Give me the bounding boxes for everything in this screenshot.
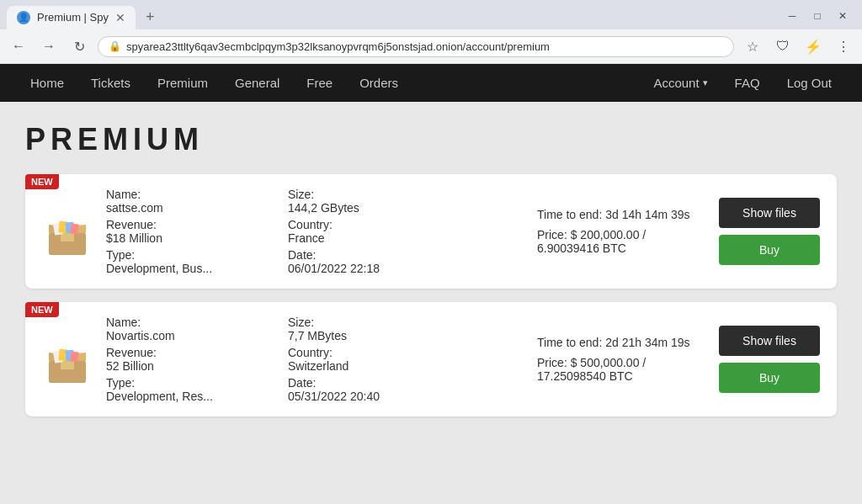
address-bar: ← → ↻ 🔒 spyarea23ttlty6qav3ecmbclpqym3p3… [0,29,862,63]
tab-close-button[interactable]: ✕ [115,12,125,24]
nav-general[interactable]: General [221,64,293,102]
close-window-button[interactable]: ✕ [837,10,849,22]
bookmark-button[interactable]: ☆ [741,34,764,58]
nav-logout[interactable]: Log Out [774,64,845,102]
minimize-button[interactable]: ─ [786,10,798,22]
price-field: Price: $ 200,000.00 / 6.90039416 BTC [537,228,705,255]
country-field: Country: France [288,218,456,245]
date-field: Date: 06/01/2022 22:18 [288,248,456,275]
buy-button[interactable]: Buy [719,363,820,393]
browser-chrome: 👤 Premium | Spy ✕ + ─ □ ✕ ← → ↻ 🔒 spyare… [0,0,862,64]
new-badge: NEW [25,302,59,317]
time-to-end: Time to end: 2d 21h 34m 19s [537,336,705,349]
listing-card: NEW Name: sa [25,174,837,289]
back-button[interactable]: ← [7,34,30,58]
listing-actions: Show files Buy [719,326,820,393]
nav-tickets[interactable]: Tickets [77,64,144,102]
type-field: Type: Development, Res... [106,376,274,403]
size-field: Size: 144,2 GBytes [288,188,456,215]
svg-rect-13 [61,361,74,369]
menu-button[interactable]: ⋮ [832,34,855,58]
maximize-button[interactable]: □ [811,10,823,22]
navbar: Home Tickets Premium General Free Orders… [0,64,862,102]
name-field: Name: Novartis.com [106,316,274,342]
buy-button[interactable]: Buy [719,235,820,265]
window-controls: ─ □ ✕ [786,10,855,25]
active-tab[interactable]: 👤 Premium | Spy ✕ [7,6,136,29]
page-content: PREMIUM NEW [0,102,862,455]
listing-info: Name: sattse.com Size: 144,2 GBytes Reve… [106,188,524,275]
nav-premium[interactable]: Premium [144,64,221,102]
country-field: Country: Switzerland [288,346,456,373]
listing-info: Name: Novartis.com Size: 7,7 MBytes Reve… [106,316,524,403]
show-files-button[interactable]: Show files [719,198,820,228]
tab-bar: 👤 Premium | Spy ✕ + ─ □ ✕ [0,0,862,29]
svg-rect-17 [70,352,79,363]
listing-actions: Show files Buy [719,198,820,265]
listing-card: NEW Name: Novartis.com Size: 7,7 MB [25,302,837,416]
lock-icon: 🔒 [109,40,121,52]
revenue-field: Revenue: 52 Billion [106,346,274,373]
nav-account[interactable]: Account ▾ [640,64,721,102]
nav-free[interactable]: Free [293,64,346,102]
svg-rect-8 [70,224,79,235]
account-dropdown-arrow: ▾ [703,77,708,88]
listing-timing: Time to end: 2d 21h 34m 19s Price: $ 500… [537,336,705,383]
nav-orders[interactable]: Orders [346,64,412,102]
url-bar[interactable]: 🔒 spyarea23ttlty6qav3ecmbclpqym3p32lksan… [98,36,734,57]
forward-button[interactable]: → [37,34,61,58]
time-to-end: Time to end: 3d 14h 14m 39s [537,208,705,221]
refresh-button[interactable]: ↻ [67,34,91,58]
tab-title: Premium | Spy [37,11,109,24]
extensions-button[interactable]: ⚡ [801,34,825,58]
size-field: Size: 7,7 MBytes [288,316,456,342]
price-field: Price: $ 500,000.00 / 17.25098540 BTC [537,356,705,383]
svg-rect-4 [61,233,74,241]
type-field: Type: Development, Bus... [106,248,274,275]
date-field: Date: 05/31/2022 20:40 [288,376,456,403]
listing-timing: Time to end: 3d 14h 14m 39s Price: $ 200… [537,208,705,255]
box-icon [42,210,93,260]
revenue-field: Revenue: $18 Million [106,218,274,245]
box-icon [42,337,93,388]
page-title: PREMIUM [25,122,837,157]
tab-favicon: 👤 [17,11,30,24]
nav-home[interactable]: Home [17,64,77,102]
new-badge: NEW [25,174,59,189]
nav-faq[interactable]: FAQ [721,64,774,102]
browser-actions: ☆ 🛡 ⚡ ⋮ [741,34,855,58]
shield-button[interactable]: 🛡 [771,34,795,58]
url-text: spyarea23ttlty6qav3ecmbclpqym3p32lksanoy… [126,40,550,53]
new-tab-button[interactable]: + [139,5,162,29]
show-files-button[interactable]: Show files [719,326,820,356]
name-field: Name: sattse.com [106,188,274,215]
